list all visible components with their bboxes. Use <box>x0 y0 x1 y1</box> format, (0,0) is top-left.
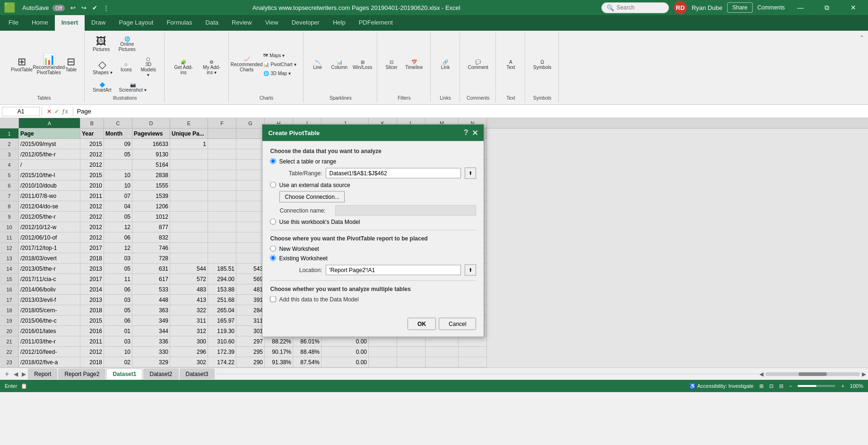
accessibility-btn[interactable]: ♿ Accessibility: Investigate <box>689 383 754 389</box>
zoom-in-btn[interactable]: + <box>841 383 844 389</box>
scrollbar-track[interactable] <box>765 372 860 376</box>
pivottable-btn[interactable]: ⊞ PivotTable <box>8 55 36 74</box>
smartart-btn[interactable]: 🔷 SmartArt <box>89 80 114 94</box>
dialog-help-icon[interactable]: ? <box>464 128 469 137</box>
sheet-tab-dataset1[interactable]: Dataset1 <box>106 368 142 380</box>
restore-btn[interactable]: ⧉ <box>816 0 838 15</box>
line-label: Line <box>313 65 322 70</box>
table-btn[interactable]: ⊟ Table <box>61 55 80 74</box>
tab-review[interactable]: Review <box>225 15 259 31</box>
zoom-out-btn[interactable]: − <box>789 383 792 389</box>
radio-data-model[interactable] <box>270 219 276 225</box>
confirm-formula-icon[interactable]: ✓ <box>54 108 59 115</box>
tab-pagelayout[interactable]: Page Layout <box>112 15 160 31</box>
tab-file[interactable]: File <box>2 15 25 31</box>
sheet-nav-left[interactable]: ◀ <box>12 371 20 377</box>
add-sheet-btn[interactable]: + <box>2 370 12 378</box>
sheet-tab-dataset3[interactable]: Dataset3 <box>180 368 215 379</box>
map-btn[interactable]: 🗺 Maps ▾ <box>260 51 299 60</box>
autosave-toggle[interactable]: AutoSave Off <box>20 3 67 12</box>
table-range-input[interactable] <box>326 168 461 178</box>
text-btn[interactable]: A Text <box>501 58 520 72</box>
pivottable-label: PivotTable <box>11 67 33 72</box>
view-normal-btn[interactable]: ⊞ <box>759 383 764 389</box>
tab-insert[interactable]: Insert <box>55 15 85 31</box>
comment-btn[interactable]: 💬 Comment <box>465 58 492 72</box>
radio-external[interactable] <box>270 182 276 188</box>
radio-select-table[interactable] <box>270 158 276 164</box>
radio2-label[interactable]: Use an external data source <box>270 181 350 188</box>
dialog-close-icon[interactable]: ✕ <box>472 128 478 137</box>
scroll-left-btn[interactable]: ◀ <box>759 371 764 377</box>
column-btn[interactable]: 📊 Column <box>328 58 351 72</box>
location-input[interactable] <box>326 265 461 275</box>
checkbox-label[interactable]: Add this data to the Data Model <box>279 296 358 302</box>
scrollbar-thumb[interactable] <box>799 372 827 376</box>
symbols-btn[interactable]: Ω Symbols <box>530 58 555 72</box>
slicer-btn[interactable]: ⊡ Slicer <box>382 58 401 72</box>
view-pageview-btn[interactable]: ⊟ <box>779 383 783 389</box>
3dmap-btn[interactable]: 🌐 3D Map ▾ <box>260 69 299 77</box>
pivotchart-btn[interactable]: 📊 PivotChart ▾ <box>260 60 299 68</box>
radio4-label[interactable]: New Worksheet <box>270 245 319 252</box>
radio1-label[interactable]: Select a table or range <box>270 158 336 164</box>
search-box[interactable]: 🔍 <box>601 2 669 13</box>
table-range-row: Table/Range: ⬆ <box>279 167 476 179</box>
choose-connection-btn[interactable]: Choose Connection... <box>279 191 344 202</box>
collapse-ribbon-btn[interactable]: ⌃ <box>859 34 864 41</box>
qat-more[interactable]: ⋮ <box>101 3 111 12</box>
recommended-pivottable-btn[interactable]: 📊 Recommended PivotTables <box>37 52 61 77</box>
cancel-formula-icon[interactable]: ✕ <box>47 108 52 115</box>
online-pictures-btn[interactable]: 🌐 Online Pictures <box>114 34 140 54</box>
share-button[interactable]: Share <box>727 2 753 13</box>
close-btn[interactable]: ✕ <box>842 0 864 15</box>
getaddins-btn[interactable]: 🧩 Get Add-ins <box>169 58 198 77</box>
tab-data[interactable]: Data <box>199 15 225 31</box>
sheet-nav-right[interactable]: ▶ <box>20 371 28 377</box>
cell-reference-input[interactable] <box>2 107 40 116</box>
tab-home[interactable]: Home <box>25 15 55 31</box>
timeline-btn[interactable]: 📅 Timeline <box>402 58 426 72</box>
location-select-btn[interactable]: ⬆ <box>465 264 476 275</box>
radio5-label[interactable]: Existing Worksheet <box>270 255 328 261</box>
autosave-check[interactable]: ✔ <box>90 3 99 12</box>
minimize-btn[interactable]: — <box>790 0 811 15</box>
screenshot-btn[interactable]: 📷 Screenshot ▾ <box>116 80 150 94</box>
sheet-tab-dataset2[interactable]: Dataset2 <box>143 368 178 379</box>
add-to-data-model-checkbox[interactable] <box>270 296 276 302</box>
sheet-tab-report-page2[interactable]: Report Page2 <box>58 368 105 379</box>
tab-pdfelement[interactable]: PDFelement <box>352 15 399 31</box>
3dmodels-btn[interactable]: ⬡ 3D Models ▾ <box>137 55 160 79</box>
insert-function-icon[interactable]: ƒx <box>62 108 68 115</box>
dialog-ok-button[interactable]: OK <box>408 317 436 330</box>
shapes-btn[interactable]: ◇ Shapes ▾ <box>89 58 116 77</box>
scroll-right-btn[interactable]: ▶ <box>862 371 866 377</box>
tab-help[interactable]: Help <box>326 15 352 31</box>
radio-new-worksheet[interactable] <box>270 246 276 252</box>
pictures-btn[interactable]: 🖼 Pictures <box>89 34 113 54</box>
zoom-slider[interactable] <box>798 385 835 387</box>
radio-existing-worksheet[interactable] <box>270 255 276 261</box>
winloss-btn[interactable]: ⊞ Win/Loss <box>352 58 373 72</box>
search-input[interactable] <box>616 4 664 11</box>
recommended-charts-btn[interactable]: 📈 Recommended Charts <box>234 55 260 74</box>
redo-btn[interactable]: ↪ <box>79 3 88 12</box>
table-range-select-btn[interactable]: ⬆ <box>465 167 476 179</box>
tab-developer[interactable]: Developer <box>285 15 326 31</box>
dialog-cancel-button[interactable]: Cancel <box>439 317 476 330</box>
undo-btn[interactable]: ↩ <box>69 3 78 12</box>
tab-formulas[interactable]: Formulas <box>160 15 199 31</box>
autosave-state[interactable]: Off <box>52 5 65 11</box>
tab-view[interactable]: View <box>259 15 285 31</box>
myaddins-btn[interactable]: ⚙ My Add-ins ▾ <box>199 58 225 77</box>
link-btn[interactable]: 🔗 Link <box>436 58 455 72</box>
sheet-tab-report[interactable]: Report <box>28 368 57 379</box>
formula-input[interactable] <box>75 107 866 116</box>
radio3-label[interactable]: Use this workbook's Data Model <box>270 218 360 225</box>
icons-btn[interactable]: ☆ Icons <box>117 60 136 74</box>
comments-button[interactable]: Comments <box>757 4 785 11</box>
tab-draw[interactable]: Draw <box>85 15 112 31</box>
line-btn[interactable]: 📉 Line <box>308 58 327 72</box>
user-avatar: RD <box>674 1 687 14</box>
view-pagebreak-btn[interactable]: ⊡ <box>769 383 773 389</box>
